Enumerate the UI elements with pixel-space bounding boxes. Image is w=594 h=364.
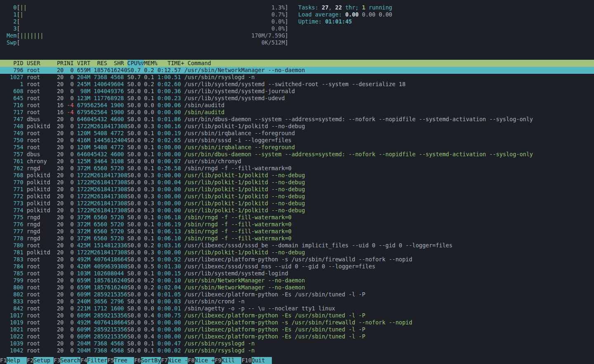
cell-time: 0:06.13 bbox=[154, 228, 181, 235]
process-row-799[interactable]: 799root200659M1857616240S0.00.20:00.10/u… bbox=[0, 277, 594, 284]
process-row-749[interactable]: 749root200120M54084772S0.00.10:00.19/usr… bbox=[0, 130, 594, 137]
cell-cmd: /sbin/rngd -f --fill-watermark=0 bbox=[181, 221, 594, 228]
tasks-line: Tasks: 27, 22 thr; 1 running bbox=[298, 4, 392, 11]
process-row-1022[interactable]: 1022root200609M2859215356S0.00.40:00.00/… bbox=[0, 333, 594, 340]
process-row-1[interactable]: 1root200245M140649604S0.00.20:02.60/usr/… bbox=[0, 81, 594, 88]
process-row-802[interactable]: 802root200609M2859215356S0.00.40:01.05/u… bbox=[0, 291, 594, 298]
cell-user: polkitd bbox=[24, 172, 54, 179]
cell-time: 0:00.07 bbox=[154, 158, 181, 165]
process-row-771[interactable]: 771polkitd2001722M2618417308S0.00.30:00.… bbox=[0, 186, 594, 193]
column-header-pid[interactable]: PID bbox=[7, 60, 24, 67]
column-header-virt[interactable]: VIRT bbox=[74, 60, 91, 67]
fkey-label: SortBy bbox=[141, 357, 161, 364]
fkey-f5-tree[interactable]: F5Tree bbox=[107, 357, 134, 364]
process-row-1042[interactable]: 1042root200204M73684568S0.00.10:00.02/us… bbox=[0, 347, 594, 354]
meter-bar-fill: || bbox=[20, 4, 27, 11]
fkey-f4-filter[interactable]: F4Filter bbox=[80, 357, 107, 364]
fkey-number: F6 bbox=[134, 357, 141, 364]
cell-time: 1:00.51 bbox=[154, 74, 181, 81]
process-row-783[interactable]: 783root200492M4076418664S0.00.50:00.92/u… bbox=[0, 256, 594, 263]
cell-shr: 15356 bbox=[107, 312, 124, 319]
process-row-796[interactable]: 796root200659M1857616240S0.70.20:12.57/u… bbox=[0, 67, 594, 74]
fkey-f3-search[interactable]: F3Search bbox=[54, 357, 80, 364]
process-row-768[interactable]: 768polkitd2001722M2618417308S0.00.30:00.… bbox=[0, 172, 594, 179]
cell-mem: 0.1 bbox=[141, 221, 154, 228]
cell-cpu: 0.0 bbox=[127, 81, 141, 88]
column-header-ni[interactable]: NI bbox=[64, 60, 73, 67]
cell-s: S bbox=[124, 298, 127, 305]
process-row-1017[interactable]: 1017root200609M2859215356S0.00.40:00.75/… bbox=[0, 312, 594, 319]
process-row-781[interactable]: 781polkitd2001722M2618417308S0.00.30:00.… bbox=[0, 249, 594, 256]
process-row-785[interactable]: 785root200103M102608044S0.00.10:00.15/us… bbox=[0, 270, 594, 277]
cell-ni: 0 bbox=[64, 270, 73, 277]
column-header-shr[interactable]: SHR bbox=[107, 60, 124, 67]
process-row-762[interactable]: 762rngd200372M65605720S0.00.10:26.58/sbi… bbox=[0, 165, 594, 172]
process-row-757[interactable]: 757dbus2006460454324600S0.00.10:00.00/us… bbox=[0, 151, 594, 158]
column-header-cmd[interactable]: Command bbox=[184, 60, 594, 67]
cell-cmd: /sbin/rngd -f --fill-watermark=0 bbox=[181, 214, 594, 221]
cell-pid: 1021 bbox=[7, 326, 24, 333]
meter-close-bracket: ] bbox=[285, 11, 288, 18]
process-row-747[interactable]: 747dbus2006460454324600S0.00.10:01.86/us… bbox=[0, 116, 594, 123]
process-row-716[interactable]: 716root16-46795625641900S0.00.00:00.06/s… bbox=[0, 102, 594, 109]
fkey-f10-quit[interactable]: F10Quit bbox=[241, 357, 271, 364]
column-header-time[interactable]: TIME+ bbox=[158, 60, 184, 67]
fkey-f8-nice-[interactable]: F8Nice + bbox=[188, 357, 214, 364]
column-header-cpu[interactable]: CPU%▽ bbox=[127, 60, 144, 67]
cell-mem: 0.2 bbox=[141, 242, 154, 249]
process-row-773[interactable]: 773polkitd2001722M2618417308S0.00.30:00.… bbox=[0, 200, 594, 207]
column-header-s[interactable]: S bbox=[124, 60, 127, 67]
cell-time: 0:02.04 bbox=[154, 284, 181, 291]
process-row-772[interactable]: 772polkitd2001722M2618417308S0.00.30:00.… bbox=[0, 193, 594, 200]
fkey-f1-help[interactable]: F1Help bbox=[0, 357, 27, 364]
cell-cmd: /usr/sbin/irqbalance --foreground bbox=[181, 144, 594, 151]
fkey-f6-sortby[interactable]: F6SortBy bbox=[134, 357, 161, 364]
cell-pri: 20 bbox=[54, 179, 64, 186]
process-row-800[interactable]: 800root200659M1857616240S0.00.20:02.04/u… bbox=[0, 284, 594, 291]
process-row-717[interactable]: 717root16-46795625641900S0.00.00:00.00/s… bbox=[0, 109, 594, 116]
cell-s: S bbox=[124, 256, 127, 263]
cell-time: 0:00.03 bbox=[154, 298, 181, 305]
cell-mem: 0.3 bbox=[141, 186, 154, 193]
process-row-784[interactable]: 784root200426M4099639308S0.00.50:01.30/u… bbox=[0, 263, 594, 270]
process-row-1019[interactable]: 1019root200492M4076418664S0.00.50:00.00/… bbox=[0, 319, 594, 326]
cell-cpu: 0.0 bbox=[127, 333, 141, 340]
column-header-user[interactable]: USER bbox=[24, 60, 54, 67]
cell-ni: 0 bbox=[64, 319, 73, 326]
column-header-pri[interactable]: PRI bbox=[54, 60, 64, 67]
process-row-778[interactable]: 778rngd200372M65605720S0.00.10:06.10/sbi… bbox=[0, 235, 594, 242]
process-row-833[interactable]: 833root200240M36562796S0.00.00:00.03/usr… bbox=[0, 298, 594, 305]
cell-pri: 20 bbox=[54, 235, 64, 242]
cell-ni: 0 bbox=[64, 235, 73, 242]
column-header-res[interactable]: RES bbox=[90, 60, 107, 67]
fkey-f7-nice-[interactable]: F7Nice - bbox=[161, 357, 188, 364]
fkey-f2-setup[interactable]: F2Setup bbox=[27, 357, 54, 364]
process-row-776[interactable]: 776rngd200372M65605720S0.00.10:06.19/sbi… bbox=[0, 221, 594, 228]
process-row-775[interactable]: 775rngd200372M65605720S0.00.10:06.18/sbi… bbox=[0, 214, 594, 221]
process-row-750[interactable]: 750root200416M1445612404S0.00.20:02.65/u… bbox=[0, 137, 594, 144]
load-average-line: Load average: 0.00 0.00 0.00 bbox=[298, 11, 392, 18]
process-row-842[interactable]: 842root200221M17121600S0.00.00:00.01/sbi… bbox=[0, 305, 594, 312]
process-row-748[interactable]: 748polkitd2001722M2618417308S0.00.30:00.… bbox=[0, 123, 594, 130]
cell-cpu: 0.0 bbox=[127, 193, 141, 200]
process-row-777[interactable]: 777rngd200372M65605720S0.00.10:06.13/sbi… bbox=[0, 228, 594, 235]
process-row-770[interactable]: 770polkitd2001722M2618417308S0.00.30:00.… bbox=[0, 179, 594, 186]
column-header-mem[interactable]: MEM% bbox=[144, 60, 158, 67]
cell-cmd: /usr/lib/systemd/systemd-udevd bbox=[181, 95, 594, 102]
process-row-1039[interactable]: 1039root200204M73684568S0.00.10:00.47/us… bbox=[0, 340, 594, 347]
fkey-label: Nice - bbox=[168, 357, 188, 364]
process-row-780[interactable]: 780root200425M1514812336S0.00.20:03.16/u… bbox=[0, 242, 594, 249]
cell-s: S bbox=[124, 284, 127, 291]
cell-res: 7368 bbox=[90, 340, 107, 347]
process-row-608[interactable]: 608root20098M104049376S0.00.10:00.36/usr… bbox=[0, 88, 594, 95]
process-row-754[interactable]: 754root200120M54084772S0.00.10:00.00/usr… bbox=[0, 144, 594, 151]
cell-s: S bbox=[124, 291, 127, 298]
process-row-761[interactable]: 761chrony200125M34643108S0.00.00:00.07/u… bbox=[0, 158, 594, 165]
fkey-f9-kill[interactable]: F9Kill bbox=[214, 357, 241, 364]
meter-close-bracket: ] bbox=[285, 32, 288, 39]
cell-mem: 0.2 bbox=[141, 137, 154, 144]
process-row-1027[interactable]: 1027root200204M73684568S0.70.11:00.51/us… bbox=[0, 74, 594, 81]
process-row-645[interactable]: 645root200123M117768928S0.00.10:00.23/us… bbox=[0, 95, 594, 102]
process-row-1021[interactable]: 1021root200609M2859215356S0.00.40:00.00/… bbox=[0, 326, 594, 333]
process-row-774[interactable]: 774polkitd2001722M2618417308S0.00.30:00.… bbox=[0, 207, 594, 214]
